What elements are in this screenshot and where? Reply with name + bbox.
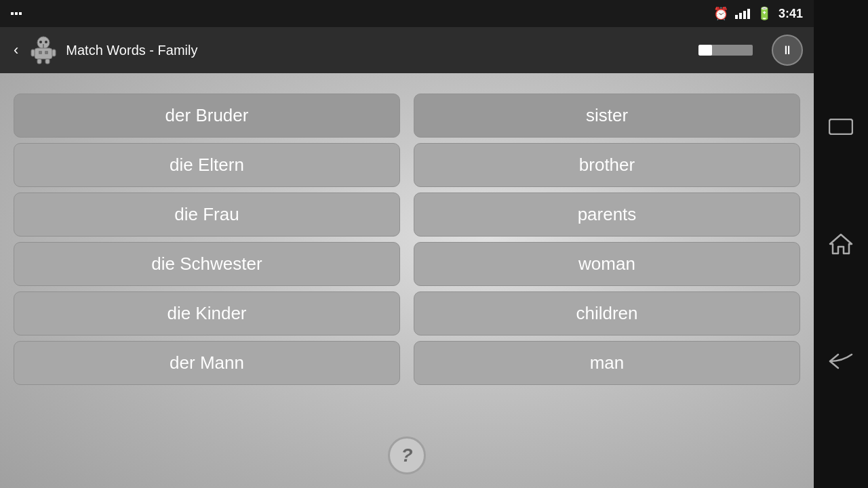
svg-rect-7 — [31, 49, 35, 56]
game-area: der Bruder die Eltern die Frau die Schwe… — [0, 73, 814, 488]
help-button[interactable]: ? — [388, 436, 426, 474]
svg-rect-4 — [39, 51, 42, 54]
status-bar-left — [11, 12, 22, 15]
signal-icon — [735, 9, 750, 19]
battery-icon: 🔋 — [757, 6, 772, 21]
nav-buttons — [814, 0, 868, 488]
svg-rect-10 — [45, 59, 50, 64]
right-column: sister brother parents woman children ma… — [414, 94, 800, 385]
word-card-children[interactable]: children — [414, 291, 800, 336]
app-title: Match Words - Family — [66, 43, 690, 58]
word-card-die-frau[interactable]: die Frau — [14, 192, 400, 237]
progress-bar — [698, 45, 753, 56]
status-bar: ⏰ 🔋 3:41 — [0, 0, 814, 27]
svg-rect-3 — [35, 48, 52, 59]
pause-icon: ⏸ — [781, 43, 793, 58]
word-card-die-schwester[interactable]: die Schwester — [14, 242, 400, 286]
app-bar: ‹ Match Words - Family ⏸ — [0, 27, 814, 73]
word-card-die-eltern[interactable]: die Eltern — [14, 143, 400, 187]
time-display: 3:41 — [778, 7, 803, 21]
word-card-brother[interactable]: brother — [414, 143, 800, 187]
menu-icon — [11, 12, 22, 15]
app-icon — [29, 36, 58, 64]
word-card-der-mann[interactable]: der Mann — [14, 341, 400, 385]
svg-rect-5 — [45, 51, 48, 54]
home-nav-button[interactable] — [825, 228, 857, 260]
word-card-parents[interactable]: parents — [414, 192, 800, 237]
clock-icon: ⏰ — [713, 6, 728, 21]
cards-container: der Bruder die Eltern die Frau die Schwe… — [0, 73, 814, 434]
status-bar-right: ⏰ 🔋 3:41 — [713, 6, 803, 21]
back-nav-button[interactable] — [825, 345, 857, 378]
word-card-die-kinder[interactable]: die Kinder — [14, 291, 400, 336]
svg-marker-12 — [830, 235, 852, 253]
word-card-der-bruder[interactable]: der Bruder — [14, 94, 400, 138]
progress-bar-fill — [698, 45, 712, 56]
pause-button[interactable]: ⏸ — [772, 35, 803, 66]
word-card-sister[interactable]: sister — [414, 94, 800, 138]
back-button[interactable]: ‹ — [11, 39, 21, 62]
left-column: der Bruder die Eltern die Frau die Schwe… — [14, 94, 400, 385]
rectangle-nav-button[interactable] — [825, 110, 857, 143]
word-card-woman[interactable]: woman — [414, 242, 800, 286]
svg-rect-11 — [829, 119, 852, 134]
svg-point-1 — [39, 41, 42, 43]
svg-rect-9 — [37, 59, 41, 64]
word-card-man[interactable]: man — [414, 341, 800, 385]
svg-point-2 — [45, 41, 47, 43]
svg-rect-8 — [52, 49, 56, 56]
